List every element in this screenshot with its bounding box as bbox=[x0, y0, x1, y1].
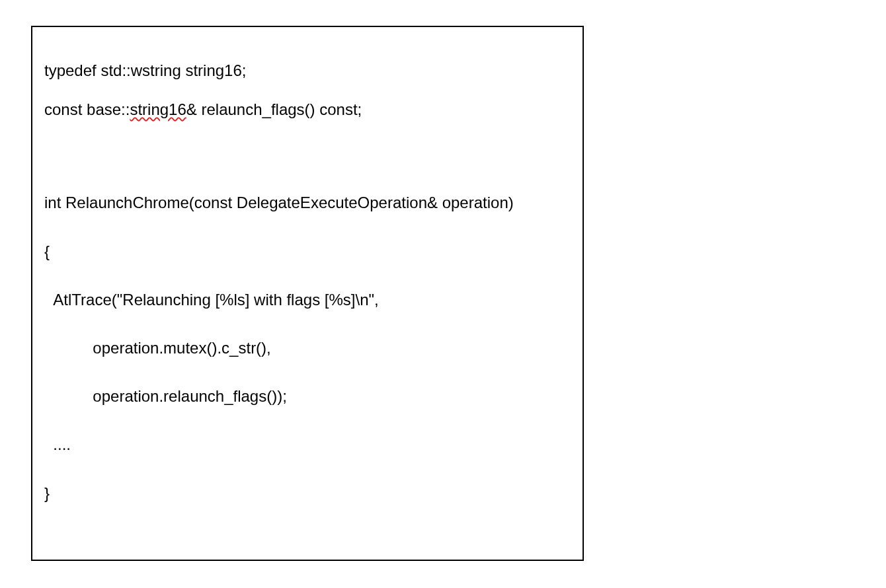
code-line: { bbox=[44, 241, 571, 262]
code-line: operation.mutex().c_str(), bbox=[44, 338, 571, 358]
code-line: typedef std::wstring string16; bbox=[44, 60, 571, 81]
code-line: } bbox=[44, 483, 571, 503]
code-line: .... bbox=[44, 434, 571, 455]
code-line: const base::string16& relaunch_flags() c… bbox=[44, 99, 571, 120]
code-line: operation.relaunch_flags()); bbox=[44, 386, 571, 406]
code-snippet-box: typedef std::wstring string16; const bas… bbox=[31, 26, 584, 561]
code-text: const base:: bbox=[44, 100, 130, 118]
spellcheck-squiggle: string16 bbox=[130, 100, 186, 118]
code-text: & relaunch_flags() const; bbox=[186, 100, 362, 118]
code-line: AtlTrace("Relaunching [%ls] with flags [… bbox=[44, 289, 571, 310]
code-line: int RelaunchChrome(const DelegateExecute… bbox=[44, 192, 571, 213]
